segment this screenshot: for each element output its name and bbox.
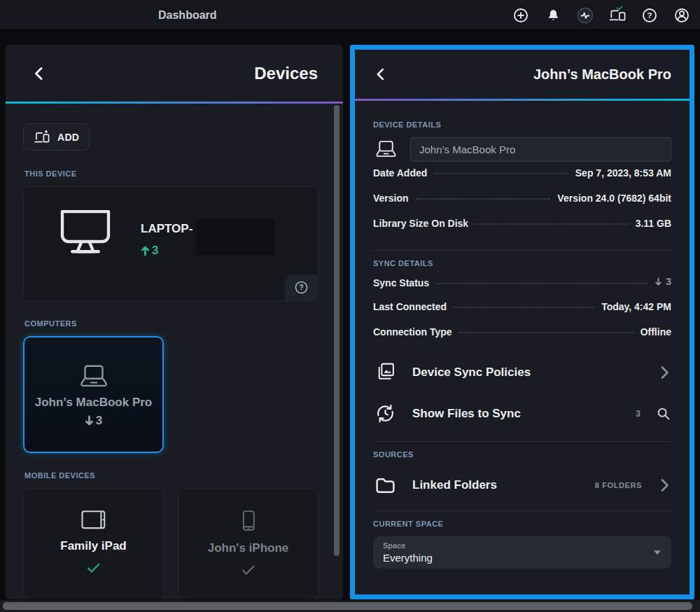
sync-status-value: 3 (654, 276, 671, 287)
section-computers: COMPUTERS (24, 319, 326, 328)
heading-sync-details: SYNC DETAILS (373, 259, 671, 267)
detail-label: Connection Type (373, 326, 452, 338)
detail-row: Sync Status 3 (373, 276, 671, 301)
redacted-device-name (195, 219, 274, 255)
detail-row: Version Version 24.0 (7682) 64bit (373, 193, 671, 218)
desktop-monitor-icon (55, 206, 116, 262)
linked-folders-row[interactable]: Linked Folders 8 FOLDERS (373, 467, 671, 503)
section-divider (373, 510, 671, 511)
detail-panel-body: DEVICE DETAILS Date Added Sep 7, 2023, 8… (355, 101, 690, 569)
detail-panel-header: John’s MacBook Pro (355, 50, 690, 99)
devices-panel: Devices ADD THIS DEVICE (6, 45, 343, 599)
detail-panel-title: John’s MacBook Pro (533, 67, 671, 83)
detail-label: Version (373, 193, 409, 204)
dotted-leader (436, 283, 648, 284)
devices-panel-scrollbar[interactable] (334, 105, 340, 556)
sync-activity-icon[interactable] (576, 6, 594, 25)
section-divider (373, 441, 671, 442)
device-help-button[interactable]: ? (285, 274, 318, 300)
page-title: Dashboard (158, 0, 217, 31)
upload-count: 3 (141, 244, 158, 258)
linked-folders-label: Linked Folders (412, 478, 497, 492)
add-device-button[interactable]: ADD (23, 123, 90, 151)
synced-check-icon (86, 562, 101, 573)
this-device-name: LAPTOP- (141, 222, 192, 236)
detail-label: Library Size On Disk (373, 218, 468, 229)
detail-value: Version 24.0 (7682) 64bit (557, 193, 671, 204)
help-glyph: ? (647, 11, 652, 20)
space-dropdown[interactable]: Space Everything (373, 536, 671, 569)
detail-value: Today, 4:42 PM (601, 301, 671, 312)
detail-label: Last Connected (373, 301, 447, 312)
detail-row: Last Connected Today, 4:42 PM (373, 301, 671, 326)
mobile-device-name: Family iPad (60, 539, 126, 553)
show-files-to-sync-row[interactable]: Show Files to Sync 3 (373, 393, 671, 434)
detail-row: Date Added Sep 7, 2023, 8:53 AM (373, 167, 671, 193)
device-name-row (373, 137, 671, 162)
add-circle-icon[interactable] (512, 6, 530, 25)
devices-panel-title: Devices (254, 64, 318, 83)
devices-panel-body: ADD THIS DEVICE LAPTOP- 3 (6, 104, 343, 599)
section-divider (373, 250, 671, 251)
phone-icon (234, 507, 262, 535)
svg-text:?: ? (299, 284, 303, 291)
chevron-right-icon (657, 365, 671, 380)
detail-label: Sync Status (373, 277, 429, 288)
help-icon[interactable]: ? (640, 6, 659, 25)
files-to-sync-count: 3 (636, 409, 640, 419)
tablet-icon (78, 507, 109, 533)
chevron-right-icon (657, 478, 671, 493)
detail-value: Offline (640, 326, 671, 338)
notifications-bell-icon[interactable] (544, 6, 562, 25)
synced-check-icon (241, 564, 255, 576)
devices-panel-header: Devices (6, 45, 343, 102)
dotted-leader (475, 223, 628, 225)
search-icon[interactable] (656, 406, 671, 422)
chevron-left-icon (31, 65, 48, 82)
heading-device-details: DEVICE DETAILS (373, 120, 671, 129)
folder-icon (373, 476, 397, 495)
top-bar: Dashboard (0, 0, 700, 31)
chevron-down-icon (653, 550, 662, 555)
heading-current-space: CURRENT SPACE (373, 520, 671, 528)
space-field-label: Space (383, 541, 662, 550)
topbar-actions: ? (512, 0, 691, 31)
dotted-leader (416, 198, 551, 200)
laptop-icon (373, 139, 399, 160)
dotted-leader (454, 307, 594, 308)
horizontal-scrollbar-track[interactable] (0, 600, 700, 612)
computer-card-macbook[interactable]: John’s MacBook Pro 3 (23, 336, 164, 453)
mobile-card-ipad[interactable]: Family iPad (23, 488, 164, 599)
account-icon[interactable] (673, 6, 691, 25)
heading-sources: SOURCES (373, 450, 671, 459)
devices-synced-icon[interactable] (608, 6, 626, 25)
dotted-leader (434, 173, 568, 174)
back-button[interactable] (31, 64, 49, 83)
horizontal-scrollbar-thumb[interactable] (3, 602, 692, 610)
this-device-card[interactable]: LAPTOP- 3 ? (23, 186, 318, 301)
mobile-card-iphone[interactable]: John's iPhone (178, 488, 318, 599)
mobile-device-name: John's iPhone (208, 541, 289, 555)
chevron-left-icon (373, 67, 388, 82)
laptop-icon (76, 362, 111, 391)
detail-value: 3.11 GB (636, 218, 671, 229)
detail-row: Connection Type Offline (373, 326, 671, 352)
download-count: 3 (85, 414, 102, 428)
computer-name: John’s MacBook Pro (35, 396, 153, 410)
add-device-icon (34, 130, 51, 144)
question-circle-icon: ? (294, 280, 309, 295)
detail-value: Sep 7, 2023, 8:53 AM (575, 167, 671, 179)
detail-label: Date Added (373, 167, 427, 179)
arrow-down-icon (654, 277, 662, 286)
arrow-down-icon (85, 415, 94, 426)
device-sync-policies-label: Device Sync Policies (412, 366, 531, 380)
device-sync-policies-row[interactable]: Device Sync Policies (373, 352, 671, 393)
photos-stack-icon (373, 361, 397, 383)
section-this-device: THIS DEVICE (24, 169, 326, 178)
device-name-input[interactable] (410, 137, 671, 162)
sync-clock-icon (373, 403, 397, 424)
detail-row: Library Size On Disk 3.11 GB (373, 218, 671, 243)
mobile-devices-row: Family iPad John's iPhone (23, 488, 326, 599)
space-selected-value: Everything (383, 552, 662, 564)
back-button[interactable] (373, 65, 391, 83)
